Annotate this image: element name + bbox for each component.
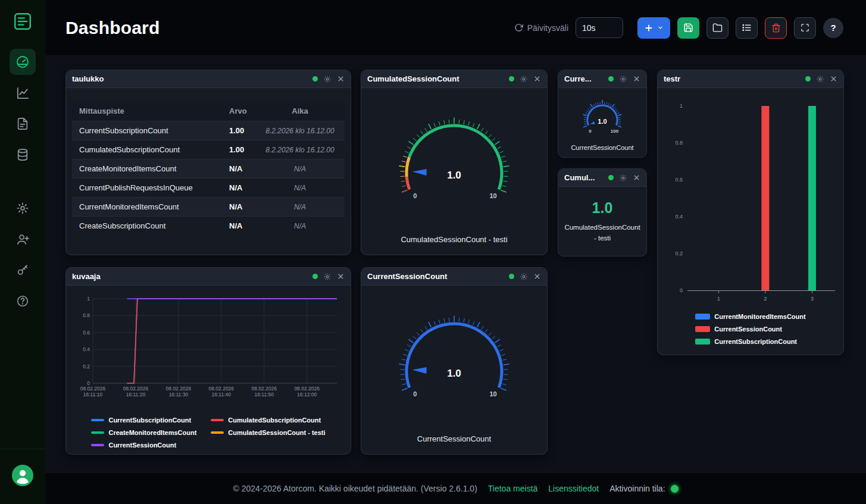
panel-close-button[interactable] <box>337 75 345 83</box>
panel-header[interactable]: CumulatedSessionCount <box>361 70 547 88</box>
gauge-chart: 1.0010 <box>382 312 527 408</box>
sidebar-nav <box>10 49 36 314</box>
license-link[interactable]: Lisenssitiedot <box>548 484 599 493</box>
refresh-interval-input[interactable] <box>576 17 623 38</box>
save-dashboard-button[interactable] <box>677 17 699 39</box>
panel-settings-button[interactable] <box>619 174 627 182</box>
table-row: CurrentPublishRequestsInQueueN/AN/A <box>72 179 345 198</box>
panel-header[interactable]: kuvaaja <box>66 268 351 286</box>
svg-text:16:11:40: 16:11:40 <box>212 392 232 397</box>
metric-value: 1.0 <box>592 199 613 217</box>
svg-text:2: 2 <box>764 295 767 302</box>
panel-close-button[interactable] <box>633 75 640 83</box>
panel-header[interactable]: taulukko <box>66 70 351 88</box>
metric-caption: CumulatedSessionCount - testi <box>563 223 642 243</box>
fullscreen-button[interactable] <box>794 17 816 39</box>
legend-item[interactable]: CreateMonitoredItemsCount <box>91 429 196 436</box>
measurement-table: Mittauspiste Arvo Aika CurrentSubscripti… <box>72 101 345 235</box>
gauge-chart: 1.00100 <box>573 96 632 136</box>
table-cell: CurrentSubscriptionCount <box>72 121 222 140</box>
panel-title: taulukko <box>72 74 307 83</box>
svg-text:0.8: 0.8 <box>83 312 90 318</box>
refresh-interval-group: Päivitysväli <box>514 23 568 33</box>
legend-label: CumulatedSubscriptionCount <box>228 417 321 424</box>
gauge-caption: CurrentSessionCount <box>361 434 547 454</box>
panel-settings-button[interactable] <box>619 75 627 83</box>
app-window: Dashboard Päivitysväli <box>0 0 866 504</box>
close-icon <box>337 75 345 83</box>
panel-close-button[interactable] <box>533 273 541 280</box>
svg-text:0: 0 <box>680 287 683 293</box>
panel-header[interactable]: Curre... <box>558 70 646 88</box>
activation-status-dot <box>671 485 679 493</box>
sidebar-item-users[interactable] <box>10 226 36 252</box>
legend-item[interactable]: CurrentMonitoredItemsCount <box>695 313 805 320</box>
panel-header[interactable]: CurrentSessionCount <box>361 268 547 286</box>
panel-settings-button[interactable] <box>816 75 824 83</box>
sidebar-item-keys[interactable] <box>10 257 36 283</box>
column-header-aika[interactable]: Aika <box>255 101 345 121</box>
user-avatar[interactable] <box>12 465 33 486</box>
sidebar-item-reports[interactable] <box>10 111 36 137</box>
app-logo[interactable] <box>8 7 37 36</box>
table-row: CurrentMonitoredItemsCountN/AN/A <box>72 198 345 217</box>
legend-item[interactable]: CumulatedSessionCount - testi <box>211 429 325 436</box>
panel-header[interactable]: testr <box>658 70 843 88</box>
column-header-mittauspiste[interactable]: Mittauspiste <box>72 101 222 121</box>
legend-item[interactable]: CurrentSessionCount <box>695 325 782 333</box>
line-chart: 00.20.40.60.8108.02.202616:11:1008.02.20… <box>74 293 343 412</box>
legend-label: CurrentSessionCount <box>108 442 176 449</box>
panel-close-button[interactable] <box>830 75 837 83</box>
open-dashboard-button[interactable] <box>706 17 729 39</box>
legend-item[interactable]: CumulatedSubscriptionCount <box>211 417 325 424</box>
panel-settings-button[interactable] <box>323 75 332 83</box>
sidebar-item-settings[interactable] <box>10 195 36 221</box>
activation-status: Aktivoinnin tila: <box>609 484 678 493</box>
dashboard-list-button[interactable] <box>736 17 758 39</box>
table-cell: N/A <box>222 159 255 179</box>
panel-testr-bar-chart: testr 00.20.40.60.81123 CurrentMonitored… <box>657 70 844 355</box>
svg-text:16:11:10: 16:11:10 <box>83 392 103 397</box>
svg-text:16:11:30: 16:11:30 <box>169 392 189 397</box>
sidebar-item-help[interactable] <box>10 288 36 314</box>
panel-close-button[interactable] <box>633 174 640 181</box>
sidebar-item-dashboard[interactable] <box>10 49 36 75</box>
plus-icon <box>644 23 654 33</box>
column-header-arvo[interactable]: Arvo <box>222 101 255 121</box>
svg-text:0: 0 <box>413 390 417 397</box>
svg-text:0: 0 <box>589 129 592 134</box>
measurement-table-body: CurrentSubscriptionCount1.008.2.2026 klo… <box>72 121 345 236</box>
help-button[interactable]: ? <box>823 18 843 38</box>
svg-text:1.0: 1.0 <box>598 118 606 125</box>
panel-settings-button[interactable] <box>520 273 528 281</box>
gauge-chart: 1.0010 <box>382 114 527 210</box>
panel-header[interactable]: Cumul... <box>558 169 646 187</box>
legend-label: CurrentMonitoredItemsCount <box>714 313 805 320</box>
sidebar-item-charts[interactable] <box>10 80 36 106</box>
add-widget-button[interactable] <box>637 17 670 39</box>
svg-text:0.6: 0.6 <box>83 330 90 336</box>
close-icon <box>533 75 541 83</box>
panel-title: kuvaaja <box>72 272 307 281</box>
delete-dashboard-button[interactable] <box>765 17 787 39</box>
user-plus-icon <box>16 233 30 246</box>
table-cell: N/A <box>255 198 345 217</box>
table-cell: 1.00 <box>222 121 255 140</box>
panel-settings-button[interactable] <box>323 273 332 281</box>
legend-item[interactable]: CurrentSessionCount <box>91 442 196 449</box>
copyright-text: © 2024-2026 Atorcom. Kaikki oikeudet pid… <box>233 484 477 493</box>
fullscreen-icon <box>801 23 809 32</box>
gauge-area: 1.0010 <box>361 286 547 434</box>
legend-item[interactable]: CurrentSubscriptionCount <box>91 417 196 424</box>
panel-close-button[interactable] <box>337 273 345 280</box>
sidebar-item-data[interactable] <box>10 142 36 168</box>
panel-status-dot <box>608 175 614 180</box>
panel-close-button[interactable] <box>533 75 541 83</box>
svg-text:08.02.2026: 08.02.2026 <box>209 386 235 392</box>
list-icon <box>742 23 752 33</box>
legend-item[interactable]: CurrentSubscriptionCount <box>695 338 797 345</box>
table-cell: 8.2.2026 klo 16.12.00 <box>255 140 345 159</box>
svg-text:0.6: 0.6 <box>675 177 683 183</box>
about-link[interactable]: Tietoa meistä <box>488 484 538 493</box>
panel-settings-button[interactable] <box>520 75 528 83</box>
